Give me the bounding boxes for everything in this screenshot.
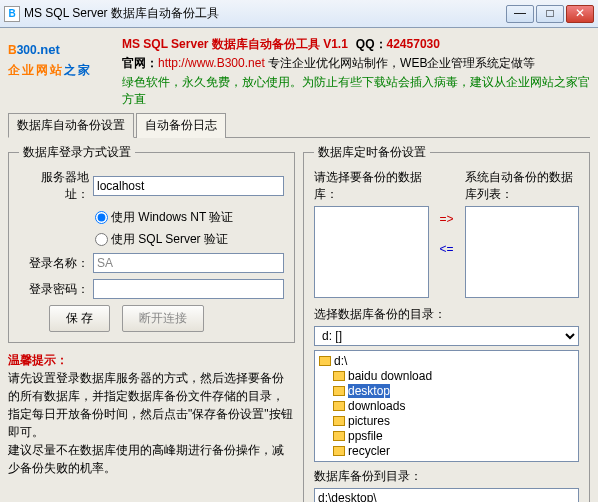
- hint-title: 温馨提示：: [8, 351, 295, 369]
- tree-item[interactable]: downloads: [331, 398, 576, 413]
- move-right-icon[interactable]: =>: [439, 212, 453, 226]
- tree-item[interactable]: recycler: [331, 443, 576, 458]
- folder-icon: [333, 386, 345, 396]
- tree-root[interactable]: d:\: [317, 353, 576, 368]
- server-label: 服务器地址：: [19, 169, 89, 203]
- radio-nt-auth[interactable]: 使用 Windows NT 验证: [95, 209, 233, 226]
- tree-item[interactable]: pictures: [331, 413, 576, 428]
- close-button[interactable]: ✕: [566, 5, 594, 23]
- login-input[interactable]: [93, 253, 284, 273]
- server-input[interactable]: [93, 176, 284, 196]
- titlebar: B MS SQL Server 数据库自动备份工具 — □ ✕: [0, 0, 598, 28]
- tab-backup-log[interactable]: 自动备份日志: [136, 113, 226, 138]
- tab-backup-settings[interactable]: 数据库自动备份设置: [8, 113, 134, 138]
- login-label: 登录名称：: [19, 255, 89, 272]
- password-label: 登录密码：: [19, 281, 89, 298]
- maximize-button[interactable]: □: [536, 5, 564, 23]
- header: B300.net 企业网站之家 MS SQL Server 数据库自动备份工具 …: [8, 34, 590, 108]
- app-title: MS SQL Server 数据库自动备份工具 V1.1: [122, 37, 348, 51]
- disconnect-button[interactable]: 断开连接: [122, 305, 204, 332]
- folder-icon: [333, 446, 345, 456]
- radio-sql-auth[interactable]: 使用 SQL Server 验证: [95, 231, 228, 248]
- password-input[interactable]: [93, 279, 284, 299]
- target-db-label: 系统自动备份的数据库列表：: [465, 169, 580, 203]
- app-icon: B: [4, 6, 20, 22]
- source-db-list[interactable]: [314, 206, 429, 298]
- hint-block: 温馨提示： 请先设置登录数据库服务器的方式，然后选择要备份的所有数据库，并指定数…: [8, 351, 295, 477]
- notice-text: 绿色软件，永久免费，放心使用。为防止有些下载站会插入病毒，建议从企业网站之家官方…: [122, 74, 590, 108]
- move-left-icon[interactable]: <=: [439, 242, 453, 256]
- login-fieldset: 数据库登录方式设置 服务器地址： 使用 Windows NT 验证 使用 SQL…: [8, 144, 295, 343]
- target-db-list[interactable]: [465, 206, 580, 298]
- folder-tree[interactable]: d:\baidu downloaddesktopdownloadspicture…: [314, 350, 579, 462]
- website-link[interactable]: http://www.B300.net: [158, 56, 265, 70]
- logo: B300.net 企业网站之家: [8, 34, 116, 108]
- save-button[interactable]: 保 存: [49, 305, 110, 332]
- tree-item[interactable]: baidu download: [331, 368, 576, 383]
- window-title: MS SQL Server 数据库自动备份工具: [24, 5, 506, 22]
- folder-icon: [333, 401, 345, 411]
- schedule-fieldset: 数据库定时备份设置 请选择要备份的数据库： => <= 系统自动备份的数据库列表…: [303, 144, 590, 502]
- source-db-label: 请选择要备份的数据库：: [314, 169, 429, 203]
- minimize-button[interactable]: —: [506, 5, 534, 23]
- tabs: 数据库自动备份设置 自动备份日志: [8, 112, 590, 138]
- login-legend: 数据库登录方式设置: [19, 144, 135, 161]
- hint-text: 请先设置登录数据库服务器的方式，然后选择要备份的所有数据库，并指定数据库备份文件…: [8, 369, 295, 477]
- target-dir-input[interactable]: [314, 488, 579, 502]
- folder-icon: [333, 416, 345, 426]
- folder-icon: [333, 371, 345, 381]
- schedule-legend: 数据库定时备份设置: [314, 144, 430, 161]
- folder-icon: [319, 356, 331, 366]
- tree-item[interactable]: ppsfile: [331, 428, 576, 443]
- drive-select[interactable]: d: []: [314, 326, 579, 346]
- tree-item[interactable]: desktop: [331, 383, 576, 398]
- dir-label: 选择数据库备份的目录：: [314, 306, 579, 323]
- target-dir-label: 数据库备份到目录：: [314, 468, 579, 485]
- folder-icon: [333, 431, 345, 441]
